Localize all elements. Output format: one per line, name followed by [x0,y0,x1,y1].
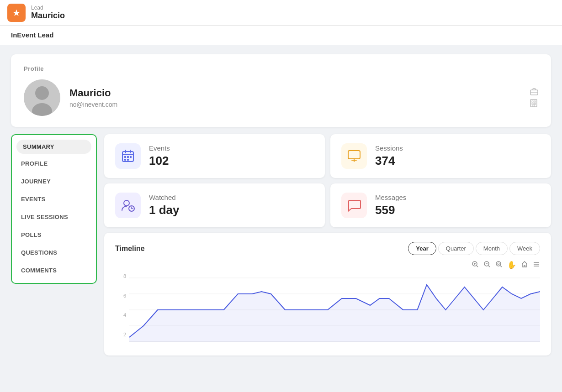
svg-rect-5 [530,99,537,107]
y-label-4: 4 [123,312,126,318]
nav-item-comments[interactable]: COMMENTS [12,261,96,279]
svg-rect-18 [124,159,126,161]
filter-quarter-button[interactable]: Quarter [438,242,474,255]
messages-icon-box [341,193,367,218]
filter-month-button[interactable]: Month [476,242,508,255]
watched-label: Watched [149,193,180,201]
svg-rect-15 [124,156,126,158]
header-title-group: Lead Mauricio [31,5,65,21]
svg-rect-20 [348,151,360,159]
y-label-2: 2 [123,332,126,337]
svg-rect-7 [534,101,535,102]
nav-item-live-sessions[interactable]: LIVE SESSIONS [12,208,96,226]
timeline-card: Timeline Year Quarter Month Week [104,233,551,355]
magnify-icon[interactable] [495,261,503,270]
stats-grid: Events 102 Sessions 3 [104,134,551,227]
avatar [24,79,60,116]
svg-rect-19 [127,159,129,161]
nav-item-events[interactable]: EVENTS [12,190,96,208]
svg-line-33 [488,266,490,267]
svg-line-35 [500,266,502,267]
stat-card-sessions: Sessions 374 [330,134,551,178]
chart-area: 8 6 4 2 [115,273,540,346]
profile-row: Mauricio no@inevent.com [24,79,538,116]
messages-value: 559 [375,203,406,217]
main-content: Profile Mauricio no@inevent.com [0,45,562,392]
svg-rect-9 [534,103,535,105]
header-title: Mauricio [31,11,65,21]
profile-name: Mauricio [69,87,521,99]
svg-line-30 [477,266,478,267]
stat-info-messages: Messages 559 [375,193,406,217]
profile-info: Mauricio no@inevent.com [69,87,521,108]
timeline-header: Timeline Year Quarter Month Week [115,242,540,255]
timeline-filters: Year Quarter Month Week [408,242,540,255]
chart-controls: ✋ [115,261,540,270]
left-nav: SUMMARY PROFILE JOURNEY EVENTS LIVE SESS… [11,134,97,284]
events-label: Events [149,144,170,152]
svg-point-34 [496,261,501,266]
svg-rect-6 [532,101,533,102]
svg-rect-8 [532,103,533,105]
app-logo: ★ [7,4,26,22]
nav-item-journey[interactable]: JOURNEY [12,172,96,190]
svg-point-36 [498,263,499,265]
header-bar: ★ Lead Mauricio [0,0,562,26]
nav-item-questions[interactable]: QUESTIONS [12,244,96,261]
nav-item-summary[interactable]: SUMMARY [16,140,91,154]
messages-label: Messages [375,193,406,201]
filter-year-button[interactable]: Year [408,242,436,255]
stat-card-watched: Watched 1 day [104,183,325,227]
watched-value: 1 day [149,203,180,217]
svg-rect-16 [127,156,129,158]
zoom-out-icon[interactable] [483,261,491,270]
header-subtitle: Lead [31,5,65,11]
profile-card: Profile Mauricio no@inevent.com [11,54,551,127]
sessions-label: Sessions [375,144,403,152]
watched-icon-box [115,193,141,218]
y-label-6: 6 [123,293,126,298]
nav-item-profile[interactable]: PROFILE [12,155,96,172]
stat-info-watched: Watched 1 day [149,193,180,217]
right-content: Events 102 Sessions 3 [104,134,551,355]
pan-icon[interactable]: ✋ [507,261,516,270]
menu-icon[interactable] [533,261,540,270]
stat-info-events: Events 102 [149,144,170,168]
stat-card-messages: Messages 559 [330,183,551,227]
y-axis-labels: 8 6 4 2 [115,273,128,337]
home-icon[interactable] [521,261,528,270]
svg-point-1 [35,86,49,100]
sessions-icon-box [341,143,367,169]
page-title-bar: InEvent Lead [0,26,562,45]
stat-card-events: Events 102 [104,134,325,178]
page-title: InEvent Lead [11,31,53,39]
sessions-value: 374 [375,154,403,168]
logo-star-icon: ★ [12,7,21,18]
svg-marker-45 [129,285,540,342]
zoom-in-icon[interactable] [472,261,479,270]
stat-info-sessions: Sessions 374 [375,144,403,168]
profile-email: no@inevent.com [69,101,521,108]
profile-section-label: Profile [24,65,538,72]
y-label-8: 8 [123,273,126,279]
events-icon-box [115,143,141,169]
events-value: 102 [149,154,170,168]
profile-briefcase-icon [530,88,538,95]
profile-icons [530,88,538,107]
two-col-layout: SUMMARY PROFILE JOURNEY EVENTS LIVE SESS… [11,134,551,355]
filter-week-button[interactable]: Week [509,242,540,255]
nav-item-polls[interactable]: POLLS [12,226,96,244]
profile-building-icon [530,99,538,107]
timeline-title: Timeline [115,245,145,253]
timeline-chart [115,273,540,346]
svg-point-23 [124,200,129,206]
svg-rect-17 [130,156,132,158]
